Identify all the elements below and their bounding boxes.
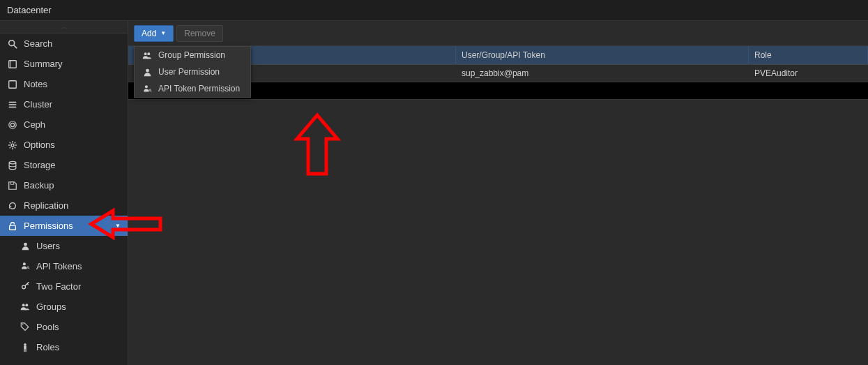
svg-rect-33: [24, 345, 26, 349]
add-button-label: Add: [142, 29, 156, 38]
sidebar-item-notes[interactable]: Notes: [0, 74, 128, 94]
dropdown-item-label: Group Permission: [158, 50, 225, 60]
male-icon: [20, 342, 31, 353]
svg-point-23: [22, 262, 25, 265]
group-icon: [20, 301, 31, 313]
refresh-icon: [7, 200, 18, 211]
sidebar-item-storage[interactable]: Storage: [0, 155, 128, 175]
svg-point-39: [144, 85, 147, 88]
titlebar: Datacenter: [0, 0, 868, 21]
svg-point-19: [9, 161, 16, 164]
sidebar-item-two-factor[interactable]: Two Factor: [0, 276, 128, 297]
svg-point-36: [144, 52, 147, 55]
sidebar-item-label: Ceph: [24, 119, 121, 130]
add-button[interactable]: Add ▼: [134, 25, 174, 42]
svg-rect-35: [25, 349, 26, 352]
sidebar-item-label: Permissions: [24, 221, 115, 231]
svg-point-0: [9, 40, 15, 45]
sidebar-item-search[interactable]: Search: [0, 33, 128, 54]
sidebar-item-label: Search: [24, 38, 121, 49]
chevron-up-icon: ︿: [61, 22, 68, 32]
svg-rect-2: [9, 60, 17, 68]
save-icon: [7, 180, 18, 191]
svg-point-29: [22, 304, 25, 306]
dropdown-item-user-permission[interactable]: User Permission: [135, 64, 250, 80]
sidebar-item-label: Backup: [24, 180, 121, 191]
svg-line-41: [150, 90, 151, 91]
ceph-icon: [7, 119, 18, 131]
annotation-arrow-up: [293, 112, 342, 179]
unlock-icon: [7, 221, 18, 232]
dropdown-item-label: API Token Permission: [158, 84, 240, 94]
group-icon: [142, 51, 153, 60]
svg-point-30: [25, 304, 28, 306]
dropdown-item-label: User Permission: [158, 67, 220, 77]
svg-point-10: [11, 144, 14, 147]
col-header-user[interactable]: User/Group/API Token: [456, 46, 749, 64]
sidebar-item-backup[interactable]: Backup: [0, 175, 128, 195]
cell-user: sup_zabbix@pam: [456, 68, 749, 78]
sidebar-item-pools[interactable]: Pools: [0, 317, 128, 337]
key-icon: [20, 281, 31, 292]
page-title: Datacenter: [7, 5, 52, 15]
remove-button[interactable]: Remove: [176, 25, 223, 42]
svg-point-38: [146, 68, 149, 72]
tags-icon: [20, 322, 31, 333]
sidebar-collapse[interactable]: ︿: [0, 21, 128, 33]
svg-point-8: [10, 123, 14, 126]
book-icon: [7, 59, 18, 70]
svg-point-9: [9, 121, 17, 128]
svg-line-17: [10, 147, 11, 148]
user-icon: [142, 68, 153, 77]
sidebar-item-label: Roles: [36, 342, 121, 352]
chevron-down-icon: ▼: [160, 30, 166, 36]
sidebar-item-replication[interactable]: Replication: [0, 195, 128, 216]
col-header-role[interactable]: Role: [749, 46, 868, 64]
sidebar-item-options[interactable]: Options: [0, 135, 128, 155]
sidebar-item-label: Storage: [24, 160, 121, 170]
key-user-icon: [142, 84, 153, 94]
sidebar-item-users[interactable]: Users: [0, 236, 128, 256]
list-icon: [7, 99, 18, 110]
sidebar-item-label: Pools: [36, 322, 121, 332]
user-icon: [20, 241, 31, 252]
svg-line-16: [15, 147, 16, 148]
toolbar: Add ▼ Remove: [128, 21, 868, 46]
dropdown-item-api-token-permission[interactable]: API Token Permission: [135, 80, 250, 97]
sidebar-item-label: Replication: [24, 200, 121, 211]
svg-point-22: [24, 243, 27, 246]
svg-line-25: [28, 268, 29, 269]
database-icon: [7, 160, 18, 171]
sidebar-item-label: API Tokens: [36, 261, 121, 271]
sidebar-item-cluster[interactable]: Cluster: [0, 94, 128, 114]
svg-point-32: [24, 343, 26, 345]
sidebar-item-label: Two Factor: [36, 281, 121, 292]
sidebar-item-roles[interactable]: Roles: [0, 337, 128, 357]
sidebar-item-label: Summary: [24, 59, 121, 69]
sticky-icon: [7, 79, 18, 90]
sidebar-item-groups[interactable]: Groups: [0, 297, 128, 317]
content: Add ▼ Remove Group PermissionUser Permis…: [128, 21, 868, 365]
sidebar-item-label: Cluster: [24, 99, 121, 110]
sidebar-item-ceph[interactable]: Ceph: [0, 114, 128, 135]
sidebar-item-label: Groups: [36, 301, 121, 312]
svg-point-31: [22, 324, 24, 325]
dropdown-item-group-permission[interactable]: Group Permission: [135, 47, 250, 64]
remove-button-label: Remove: [184, 29, 215, 38]
chevron-down-icon: ▼: [115, 223, 121, 229]
sidebar: ︿ SearchSummaryNotesClusterCephOptionsSt…: [0, 21, 128, 365]
svg-line-18: [15, 142, 16, 143]
sidebar-item-permissions[interactable]: Permissions▼: [0, 216, 128, 236]
sidebar-item-summary[interactable]: Summary: [0, 54, 128, 74]
svg-rect-34: [24, 349, 24, 352]
gear-icon: [7, 140, 18, 151]
sidebar-item-label: Notes: [24, 79, 121, 89]
svg-line-27: [24, 282, 29, 286]
svg-line-1: [14, 45, 17, 47]
search-icon: [7, 38, 18, 50]
svg-line-15: [10, 142, 11, 143]
cell-role: PVEAuditor: [749, 68, 868, 78]
svg-rect-21: [10, 225, 16, 230]
sidebar-item-api-tokens[interactable]: API Tokens: [0, 256, 128, 276]
key-user-icon: [20, 261, 31, 272]
